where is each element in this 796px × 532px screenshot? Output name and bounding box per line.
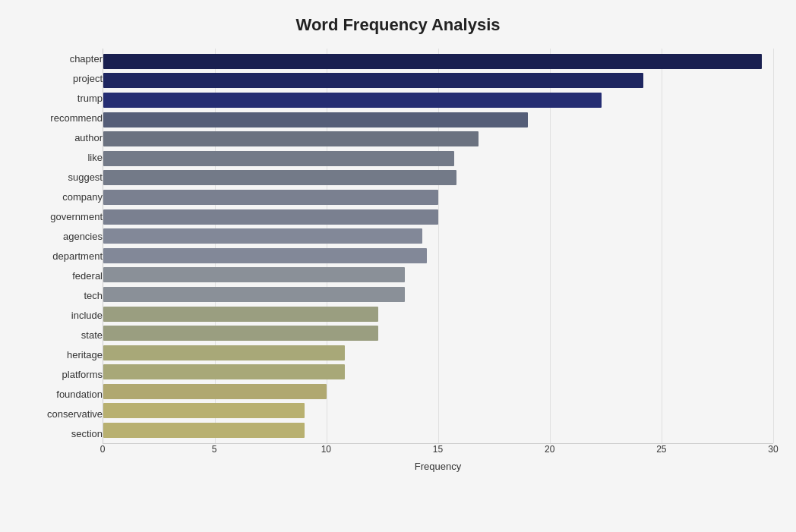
bar — [103, 326, 378, 341]
chart-title: Word Frequency Analysis — [23, 15, 773, 35]
bar — [103, 93, 602, 108]
bar — [103, 112, 528, 127]
bar-row — [103, 364, 773, 380]
bars-area — [103, 49, 773, 444]
bar — [103, 248, 427, 263]
bar-row — [103, 131, 773, 147]
y-label: include — [71, 310, 103, 320]
bar — [103, 190, 438, 205]
bar-row — [103, 228, 773, 244]
bar — [103, 403, 305, 418]
x-tick: 15 — [433, 444, 443, 455]
y-label: chapter — [70, 54, 103, 64]
y-axis: chapterprojecttrumprecommendauthorlikesu… — [23, 49, 103, 467]
x-tick: 30 — [768, 444, 778, 455]
bar — [103, 170, 456, 185]
x-tick: 0 — [100, 444, 106, 455]
bar-row — [103, 383, 773, 400]
x-axis-label: Frequency — [103, 461, 773, 472]
bar — [103, 151, 454, 166]
bar — [103, 345, 345, 360]
bars-list — [103, 49, 773, 443]
bar — [103, 73, 643, 88]
bar — [103, 228, 422, 244]
y-label: foundation — [56, 389, 103, 399]
bar-row — [103, 286, 773, 303]
y-label: conservative — [47, 409, 103, 419]
bar-row — [103, 209, 773, 225]
y-label: heritage — [67, 350, 103, 360]
bar — [103, 209, 438, 225]
y-label: agencies — [63, 231, 103, 241]
bar-row — [103, 169, 773, 186]
bar-row — [103, 402, 773, 419]
bar — [103, 384, 327, 399]
bar-row — [103, 345, 773, 361]
grid-line — [773, 49, 774, 443]
bars-and-x: 051015202530 Frequency — [103, 49, 773, 467]
y-label: platforms — [62, 370, 103, 379]
x-tick: 10 — [321, 444, 331, 455]
x-tick: 25 — [656, 444, 666, 455]
bar-row — [103, 306, 773, 323]
x-axis: 051015202530 Frequency — [103, 444, 773, 467]
y-label: author — [74, 133, 103, 143]
y-label: recommend — [50, 113, 103, 123]
bar — [103, 287, 405, 302]
y-label: company — [62, 192, 103, 202]
bar — [103, 267, 405, 282]
bar — [103, 54, 762, 69]
bar — [103, 307, 378, 322]
y-label: section — [71, 429, 103, 439]
bar-row — [103, 325, 773, 342]
chart-area: chapterprojecttrumprecommendauthorlikesu… — [23, 49, 773, 467]
y-label: federal — [72, 271, 103, 281]
y-label: like — [87, 153, 103, 162]
y-label: project — [73, 74, 103, 83]
bar-row — [103, 189, 773, 206]
bar-row — [103, 150, 773, 167]
bar-row — [103, 92, 773, 109]
bar — [103, 131, 479, 146]
bar-row — [103, 72, 773, 89]
bar-row — [103, 53, 773, 70]
x-tick: 5 — [212, 444, 217, 455]
bar — [103, 423, 305, 438]
y-label: department — [52, 251, 103, 261]
bar — [103, 364, 345, 379]
y-label: government — [50, 212, 103, 222]
y-label: trump — [77, 93, 103, 103]
y-label: state — [81, 330, 103, 340]
chart-container: Word Frequency Analysis chapterprojecttr… — [0, 0, 796, 532]
bar-row — [103, 247, 773, 264]
y-label: suggest — [68, 172, 103, 182]
x-tick: 20 — [545, 444, 554, 455]
bar-row — [103, 112, 773, 128]
y-label: tech — [84, 291, 103, 301]
x-ticks-container: 051015202530 — [103, 444, 773, 459]
bar-row — [103, 422, 773, 439]
bar-row — [103, 266, 773, 283]
